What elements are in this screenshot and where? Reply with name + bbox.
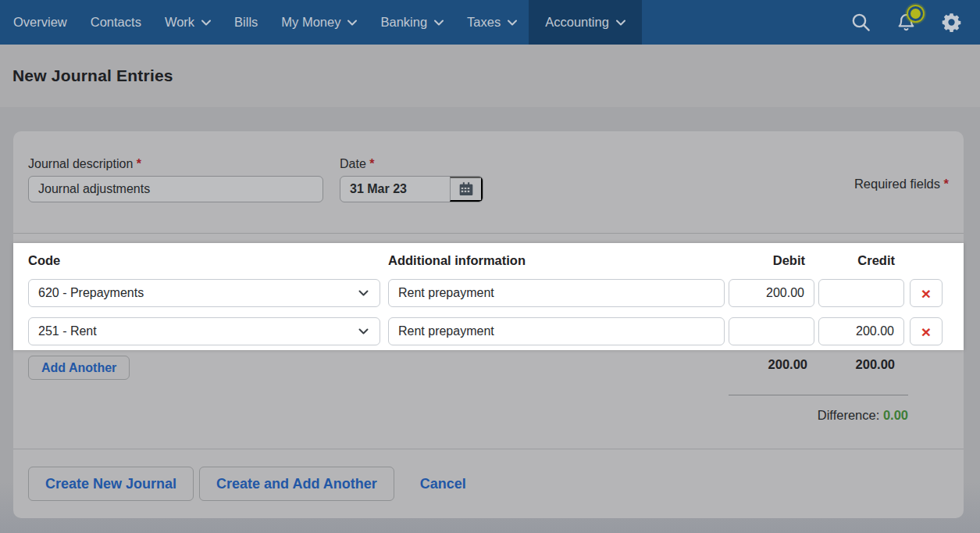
search-icon[interactable] xyxy=(850,12,871,33)
column-header-additional-information: Additional information xyxy=(388,253,725,268)
debit-input[interactable] xyxy=(729,279,814,307)
top-nav: Overview Contacts Work Bills My Money Ba… xyxy=(0,0,980,45)
credit-input[interactable] xyxy=(818,317,904,345)
required-asterisk: * xyxy=(944,177,949,191)
nav-item-label: Contacts xyxy=(91,15,141,30)
nav-item-my-money[interactable]: My Money xyxy=(269,0,369,45)
nav-item-banking[interactable]: Banking xyxy=(369,0,455,45)
debit-input[interactable] xyxy=(729,317,814,345)
chevron-down-icon xyxy=(347,20,357,26)
create-and-add-another-button[interactable]: Create and Add Another xyxy=(199,467,394,501)
journal-meta-fields: Journal description * Date * xyxy=(28,157,949,202)
chevron-down-icon xyxy=(358,290,369,296)
notifications-bell-icon[interactable] xyxy=(896,12,917,33)
date-label: Date * xyxy=(340,157,483,171)
delete-x-icon: × xyxy=(921,285,931,302)
notification-badge xyxy=(911,9,921,19)
date-field-group: Date * xyxy=(340,157,483,202)
difference-value: 0.00 xyxy=(883,408,908,422)
date-input[interactable] xyxy=(340,177,450,202)
difference-label: Difference: xyxy=(818,408,880,422)
journal-entries-table: Code Additional information Debit Credit… xyxy=(13,243,964,350)
calendar-icon xyxy=(458,181,474,197)
delete-row-button[interactable]: × xyxy=(910,317,943,345)
journal-form-card: Journal description * Date * xyxy=(13,131,964,518)
journal-description-label: Journal description * xyxy=(28,157,323,171)
add-another-button[interactable]: Add Another xyxy=(28,356,130,380)
journal-description-field-group: Journal description * xyxy=(28,157,323,202)
delete-row-button[interactable]: × xyxy=(910,279,943,307)
nav-item-label: Accounting xyxy=(545,15,609,30)
additional-information-input[interactable] xyxy=(388,317,725,345)
difference-row: Difference: 0.00 xyxy=(818,408,908,423)
nav-item-label: Banking xyxy=(380,15,427,30)
create-new-journal-button[interactable]: Create New Journal xyxy=(28,467,194,501)
required-asterisk: * xyxy=(137,157,141,170)
column-header-debit: Debit xyxy=(729,253,814,268)
nav-item-accounting[interactable]: Accounting xyxy=(529,0,642,45)
nav-item-label: Bills xyxy=(234,15,258,30)
code-select[interactable]: 620 - Prepayments xyxy=(28,279,380,307)
nav-item-label: Work xyxy=(165,15,194,30)
nav-item-label: Overview xyxy=(13,15,67,30)
table-row: 251 - Rent × xyxy=(28,317,949,345)
nav-item-label: Taxes xyxy=(467,15,501,30)
nav-icon-group xyxy=(850,0,980,45)
code-select-value: 620 - Prepayments xyxy=(38,286,358,300)
delete-x-icon: × xyxy=(921,324,931,340)
nav-item-label: My Money xyxy=(281,15,340,30)
cancel-link[interactable]: Cancel xyxy=(420,476,466,492)
code-select-value: 251 - Rent xyxy=(38,324,358,338)
nav-item-overview[interactable]: Overview xyxy=(2,0,79,45)
calendar-button[interactable] xyxy=(450,177,483,202)
date-input-wrap xyxy=(340,176,483,202)
table-row: 620 - Prepayments × xyxy=(28,279,949,307)
credit-total: 200.00 xyxy=(856,357,895,372)
table-header-row: Code Additional information Debit Credit xyxy=(28,252,949,269)
page-header: New Journal Entries xyxy=(0,45,980,107)
nav-item-bills[interactable]: Bills xyxy=(223,0,269,45)
required-asterisk: * xyxy=(369,157,374,170)
form-actions: Create New Journal Create and Add Anothe… xyxy=(13,449,964,518)
page-title: New Journal Entries xyxy=(12,66,173,85)
column-header-credit: Credit xyxy=(818,253,904,268)
nav-item-work[interactable]: Work xyxy=(153,0,223,45)
chevron-down-icon xyxy=(434,20,444,26)
settings-gear-icon[interactable] xyxy=(941,12,962,33)
nav-item-contacts[interactable]: Contacts xyxy=(79,0,153,45)
chevron-down-icon xyxy=(201,20,211,26)
debit-total: 200.00 xyxy=(768,357,807,372)
column-header-code: Code xyxy=(28,253,380,268)
additional-information-input[interactable] xyxy=(388,279,725,307)
credit-input[interactable] xyxy=(818,279,904,307)
chevron-down-icon xyxy=(616,20,625,26)
required-fields-note: Required fields * xyxy=(854,177,949,202)
chevron-down-icon xyxy=(508,20,517,26)
page-body: Journal description * Date * xyxy=(0,107,980,533)
totals-divider xyxy=(729,395,908,395)
chevron-down-icon xyxy=(358,328,369,334)
journal-description-input[interactable] xyxy=(28,176,323,202)
section-divider xyxy=(13,233,964,234)
nav-item-taxes[interactable]: Taxes xyxy=(455,0,529,45)
code-select[interactable]: 251 - Rent xyxy=(28,317,380,345)
